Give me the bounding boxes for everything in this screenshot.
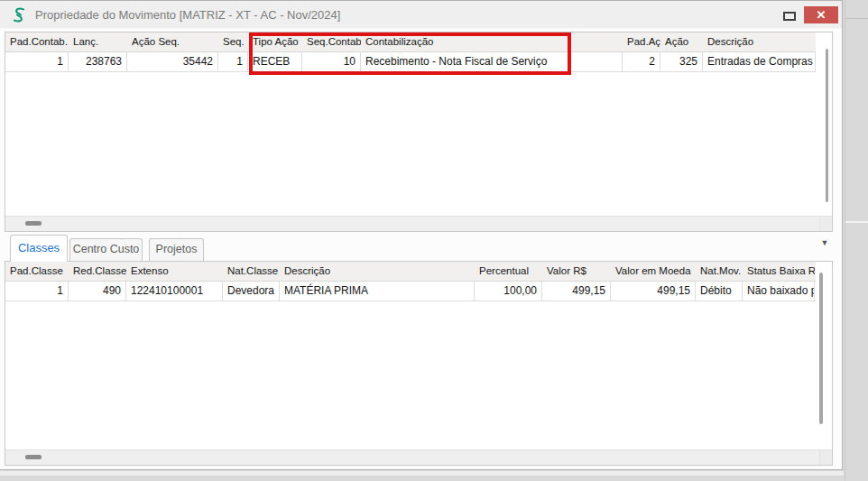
movement-grid-cell[interactable]: Recebimento - Nota Fiscal de Serviço [361,52,623,71]
movement-grid-hscroll-thumb[interactable] [25,221,42,226]
movement-grid-cell[interactable]: RECEB [248,52,302,71]
movement-grid-column-header[interactable]: Descrição [703,32,816,51]
movement-grid-scrollbar-corner [819,216,832,231]
movement-grid-column-header[interactable]: Seq.Contab. [302,32,361,51]
classes-grid-column-header[interactable]: Status Baixa R [743,262,815,281]
movement-grid-column-header[interactable]: Contabilização [361,32,623,51]
app-window: Propriedade do Movimento [MATRIZ - XT - … [0,0,843,470]
movement-grid-horizontal-scrollbar[interactable] [5,216,820,231]
tab-overflow-chevron-icon[interactable]: ▼ [817,236,832,249]
classes-grid-column-header[interactable]: Pad.Classe [5,262,69,281]
tab-classes[interactable]: Classes [10,235,68,262]
movement-grid-column-header[interactable]: Ação [660,32,703,51]
classes-grid: Pad.ClasseRed.ClasseExtensoNat.ClasseDes… [5,262,816,301]
background-line [845,221,868,223]
classes-grid-column-header[interactable]: Nat.Mov. [696,262,743,281]
movement-grid-column-header[interactable]: Ação Seq. [127,32,218,51]
background-line [845,18,868,19]
classes-grid-header-row: Pad.ClasseRed.ClasseExtensoNat.ClasseDes… [5,262,816,282]
movement-grid-cell[interactable]: 1 [218,52,248,71]
movement-grid-header-row: Pad.Contab.Lanç.Ação Seq.Seq.Tipo AçãoSe… [5,32,816,52]
movement-grid-vertical-scrollbar[interactable] [826,49,828,202]
classes-grid-cell[interactable]: 1 [5,282,69,301]
classes-grid-scrollbar-corner [819,449,832,465]
movement-grid-cell[interactable]: 2 [623,52,660,71]
title-bar: Propriedade do Movimento [MATRIZ - XT - … [0,1,842,29]
classes-grid-column-header[interactable]: Extenso [126,262,223,281]
classes-grid-horizontal-scrollbar[interactable] [5,449,820,465]
movement-grid-panel: Pad.Contab.Lanç.Ação Seq.Seq.Tipo AçãoSe… [5,32,833,232]
classes-grid-panel: Pad.ClasseRed.ClasseExtensoNat.ClasseDes… [5,261,833,466]
movement-grid-cell[interactable]: 325 [660,52,703,71]
classes-grid-column-header[interactable]: Percentual [475,262,542,281]
background-divider [845,0,845,481]
tab-projetos[interactable]: Projetos [149,238,204,261]
movement-grid: Pad.Contab.Lanç.Ação Seq.Seq.Tipo AçãoSe… [5,32,816,72]
movement-grid-cell[interactable]: 10 [302,52,361,71]
background-strip [0,471,844,476]
movement-grid-cell[interactable]: 35442 [127,52,218,71]
movement-grid-column-header[interactable]: Seq. [218,32,248,51]
classes-grid-column-header[interactable]: Descrição [280,262,475,281]
classes-grid-cell[interactable]: Débito [696,282,743,301]
classes-grid-column-header[interactable]: Valor R$ [542,262,611,281]
movement-grid-column-header[interactable]: Lanç. [69,32,127,51]
close-icon: ✕ [817,8,826,22]
maximize-button[interactable] [783,12,796,21]
movement-grid-column-header[interactable]: Tipo Ação [248,32,302,51]
classes-grid-row[interactable]: 1490122410100001DevedoraMATÉRIA PRIMA100… [5,282,816,301]
movement-grid-cell[interactable]: 1 [5,52,69,71]
close-button[interactable]: ✕ [804,6,838,23]
sankhya-logo-icon [12,6,26,23]
classes-grid-cell[interactable]: 100,00 [475,282,542,301]
movement-grid-cell[interactable]: 238763 [69,52,127,71]
classes-grid-cell[interactable]: 490 [69,282,126,301]
movement-grid-column-header[interactable]: Pad.Contab. [5,32,69,51]
classes-grid-cell[interactable]: Não baixado p [743,282,815,301]
tab-centro-custo[interactable]: Centro Custo [69,238,143,261]
classes-grid-column-header[interactable]: Red.Classe [69,262,126,281]
classes-grid-cell[interactable]: 122410100001 [126,282,223,301]
classes-grid-cell[interactable]: Devedora [223,282,280,301]
movement-grid-column-header[interactable]: Pad.Ação [623,32,660,51]
classes-grid-column-header[interactable]: Valor em Moeda [611,262,696,281]
window-title: Propriedade do Movimento [MATRIZ - XT - … [35,8,340,22]
classes-grid-hscroll-thumb[interactable] [25,455,42,459]
classes-grid-vertical-scrollbar[interactable] [819,273,823,424]
movement-grid-cell[interactable]: Entradas de Compras [703,52,816,71]
classes-grid-column-header[interactable]: Nat.Classe [223,262,280,281]
classes-grid-cell[interactable]: 499,15 [542,282,611,301]
classes-grid-cell[interactable]: MATÉRIA PRIMA [280,282,475,301]
classes-grid-cell[interactable]: 499,15 [611,282,696,301]
movement-grid-row[interactable]: 1238763354421RECEB10Recebimento - Nota F… [5,52,816,72]
